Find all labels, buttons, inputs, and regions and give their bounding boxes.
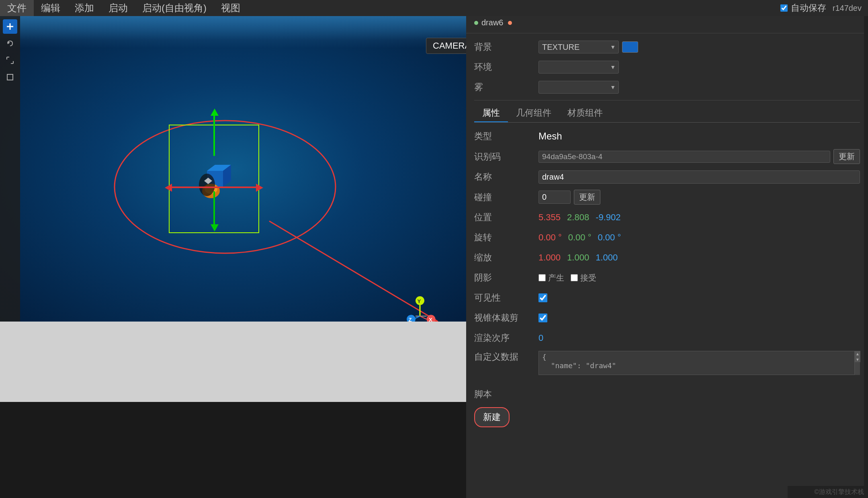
arrow-left-line bbox=[172, 186, 215, 188]
autosave-checkbox[interactable] bbox=[780, 4, 788, 12]
right-panel: draw5 draw6 背景 TEXTURE COLOR NONE ▼ bbox=[466, 0, 868, 498]
frustum-row: 视锥体裁剪 bbox=[474, 311, 860, 325]
tab-row: 属性 几何组件 材质组件 bbox=[474, 105, 860, 123]
collision-input[interactable] bbox=[538, 191, 571, 204]
divider-1 bbox=[474, 100, 860, 100]
scroll-down-btn[interactable]: ▼ bbox=[855, 357, 860, 362]
svg-point-14 bbox=[199, 174, 215, 196]
scale-y[interactable]: 1.000 bbox=[567, 252, 589, 263]
render-order-input[interactable] bbox=[538, 333, 563, 343]
background-color-swatch[interactable] bbox=[622, 41, 638, 53]
collision-row: 碰撞 更新 bbox=[474, 190, 860, 205]
pos-z[interactable]: -9.902 bbox=[596, 212, 620, 223]
visible-row: 可见性 bbox=[474, 291, 860, 305]
name-label: 名称 bbox=[474, 171, 538, 183]
arrow-down-line bbox=[213, 191, 215, 224]
arrow-up-line bbox=[213, 116, 215, 156]
id-update-btn[interactable]: 更新 bbox=[833, 149, 860, 164]
menu-view[interactable]: 视图 bbox=[214, 0, 248, 16]
render-order-label: 渲染次序 bbox=[474, 332, 538, 344]
layer-draw6[interactable]: draw6 bbox=[474, 16, 860, 29]
shadow-receive-checkbox[interactable] bbox=[571, 274, 578, 281]
position-row: 位置 5.355 2.808 -9.902 bbox=[474, 210, 860, 225]
camera-button[interactable]: CAMERA ▼ bbox=[426, 38, 466, 54]
menu-launch[interactable]: 启动 bbox=[101, 0, 135, 16]
script-section: 脚本 新建 bbox=[466, 387, 868, 435]
fog-row: 雾 ▼ bbox=[474, 80, 860, 94]
fog-label: 雾 bbox=[474, 81, 538, 93]
frustum-checkbox[interactable] bbox=[538, 314, 547, 322]
menu-edit[interactable]: 编辑 bbox=[34, 0, 68, 16]
background-row: 背景 TEXTURE COLOR NONE ▼ bbox=[474, 40, 860, 54]
scroll-handle[interactable]: ▲ ▼ bbox=[854, 351, 860, 375]
background-dropdown[interactable]: TEXTURE COLOR NONE bbox=[538, 41, 619, 53]
status-bar bbox=[0, 322, 466, 402]
fog-dropdown[interactable] bbox=[538, 81, 619, 94]
arrow-left bbox=[165, 184, 172, 192]
scale-z[interactable]: 1.000 bbox=[596, 252, 618, 263]
script-label: 脚本 bbox=[474, 388, 538, 400]
shadow-row: 阴影 产生 接受 bbox=[474, 271, 860, 285]
tab-material[interactable]: 材质组件 bbox=[559, 105, 611, 122]
rot-y[interactable]: 0.00 ° bbox=[568, 232, 592, 243]
arrow-right-line bbox=[215, 186, 256, 188]
layer-draw6-label: draw6 bbox=[481, 18, 503, 27]
environment-row: 环境 ▼ bbox=[474, 60, 860, 74]
svg-text:Z: Z bbox=[408, 317, 411, 322]
watermark: ©游戏引擎技术栈 bbox=[814, 488, 864, 496]
rot-x[interactable]: 0.00 ° bbox=[538, 232, 562, 243]
frustum-label: 视锥体裁剪 bbox=[474, 312, 538, 324]
toolbar-square[interactable] bbox=[3, 70, 17, 84]
pos-x[interactable]: 5.355 bbox=[538, 212, 561, 223]
visible-checkbox[interactable] bbox=[538, 293, 547, 302]
shadow-receive-label: 接受 bbox=[580, 273, 596, 283]
render-order-row: 渲染次序 bbox=[474, 331, 860, 345]
menu-file[interactable]: 文件 bbox=[0, 0, 34, 16]
custom-data-wrapper: { "name": "draw4" ▲ ▼ bbox=[538, 351, 860, 375]
collision-update-btn[interactable]: 更新 bbox=[574, 190, 600, 205]
arrow-down bbox=[211, 224, 219, 232]
svg-line-27 bbox=[420, 316, 427, 320]
axis-widget: Y Z X bbox=[398, 287, 442, 322]
id-value: 94da9a5e-803a-4 bbox=[538, 151, 830, 163]
background-label: 背景 bbox=[474, 41, 538, 53]
environment-label: 环境 bbox=[474, 61, 538, 73]
toolbar-add[interactable] bbox=[3, 19, 17, 34]
scale-label: 缩放 bbox=[474, 252, 538, 264]
fog-dropdown-wrapper: ▼ bbox=[538, 81, 619, 94]
scroll-up-btn[interactable]: ▲ bbox=[855, 351, 860, 357]
custom-data-label: 自定义数据 bbox=[474, 351, 538, 363]
rot-z[interactable]: 0.00 ° bbox=[598, 232, 621, 243]
toolbar-expand[interactable] bbox=[3, 53, 17, 68]
menu-add[interactable]: 添加 bbox=[68, 0, 101, 16]
toolbar-undo[interactable] bbox=[3, 36, 17, 51]
id-label: 识别码 bbox=[474, 151, 538, 163]
visible-label: 可见性 bbox=[474, 292, 538, 304]
tab-geometry[interactable]: 几何组件 bbox=[508, 105, 559, 122]
environment-dropdown-wrapper: ▼ bbox=[538, 61, 619, 74]
menu-bar: 文件 编辑 添加 启动 启动(自由视角) 视图 bbox=[0, 0, 868, 16]
bottom-right-corner: ©游戏引擎技术栈 bbox=[788, 486, 868, 498]
menu-launch-free[interactable]: 启动(自由视角) bbox=[135, 0, 214, 16]
left-toolbar bbox=[0, 16, 20, 322]
type-label: 类型 bbox=[474, 130, 538, 142]
custom-data-row: 自定义数据 { "name": "draw4" ▲ ▼ bbox=[474, 351, 860, 375]
shadow-cast-checkbox[interactable] bbox=[538, 274, 546, 281]
custom-data-textarea[interactable]: { "name": "draw4" bbox=[538, 351, 860, 375]
svg-text:Y: Y bbox=[417, 298, 421, 304]
shadow-label: 阴影 bbox=[474, 272, 538, 284]
viewport[interactable]: CAMERA ▼ Y bbox=[0, 16, 466, 322]
position-label: 位置 bbox=[474, 211, 538, 223]
tab-properties[interactable]: 属性 bbox=[474, 105, 508, 122]
pos-y[interactable]: 2.808 bbox=[567, 212, 589, 223]
svg-text:X: X bbox=[429, 317, 432, 322]
scale-x[interactable]: 1.000 bbox=[538, 252, 561, 263]
new-script-btn[interactable]: 新建 bbox=[474, 407, 510, 427]
autosave-label: 自动保存 bbox=[791, 2, 826, 14]
rotation-label: 旋转 bbox=[474, 232, 538, 244]
environment-dropdown[interactable] bbox=[538, 61, 619, 74]
svg-rect-7 bbox=[7, 74, 13, 80]
name-input[interactable] bbox=[538, 170, 860, 184]
arrow-up bbox=[211, 109, 219, 116]
panel-scrollbar[interactable] bbox=[864, 0, 868, 498]
